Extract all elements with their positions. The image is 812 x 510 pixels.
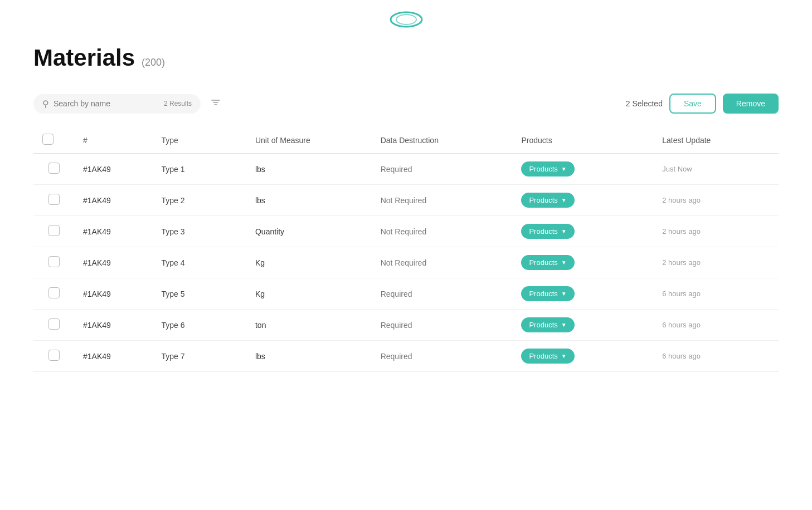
row-type: Type 6 — [152, 310, 246, 341]
row-unit: lbs — [246, 185, 372, 216]
row-checkbox-1[interactable] — [48, 194, 60, 205]
row-update: 2 hours ago — [653, 247, 779, 278]
row-id: #1AK49 — [74, 185, 152, 216]
header-update: Latest Update — [653, 127, 779, 154]
chevron-down-icon: ▼ — [561, 291, 567, 297]
search-bar[interactable]: ⚲ 2 Results — [33, 94, 201, 114]
row-checkbox-6[interactable] — [48, 350, 60, 361]
row-checkbox-0[interactable] — [48, 163, 60, 174]
row-type: Type 2 — [152, 185, 246, 216]
row-checkbox-3[interactable] — [48, 256, 60, 267]
table-row: #1AK49 Type 7 lbs Required Products ▼ 6 … — [33, 341, 779, 372]
table-row: #1AK49 Type 2 lbs Not Required Products … — [33, 185, 779, 216]
svg-point-1 — [396, 14, 416, 24]
header-destruction: Data Destruction — [372, 127, 513, 154]
page-count: (200) — [142, 57, 165, 68]
row-unit: Quantity — [246, 216, 372, 247]
page-title: Materials — [33, 45, 135, 71]
row-destruction: Required — [372, 278, 513, 310]
row-checkbox-5[interactable] — [48, 318, 60, 330]
row-unit: lbs — [246, 154, 372, 185]
row-id: #1AK49 — [74, 341, 152, 372]
filter-button[interactable] — [207, 94, 224, 114]
row-update: 2 hours ago — [653, 216, 779, 247]
save-button[interactable]: Save — [669, 94, 716, 114]
products-badge[interactable]: Products ▼ — [521, 224, 574, 239]
products-badge[interactable]: Products ▼ — [521, 317, 574, 332]
row-checkbox-cell — [33, 154, 74, 185]
search-icon: ⚲ — [42, 99, 49, 109]
row-unit: ton — [246, 310, 372, 341]
products-badge[interactable]: Products ▼ — [521, 161, 574, 176]
products-badge-label: Products — [529, 258, 557, 267]
row-type: Type 5 — [152, 278, 246, 310]
row-type: Type 1 — [152, 154, 246, 185]
toolbar-actions: 2 Selected Save Remove — [626, 94, 779, 114]
row-checkbox-2[interactable] — [48, 225, 60, 236]
row-checkbox-cell — [33, 278, 74, 310]
products-badge-label: Products — [529, 227, 557, 236]
row-id: #1AK49 — [74, 278, 152, 310]
table-row: #1AK49 Type 6 ton Required Products ▼ 6 … — [33, 310, 779, 341]
table-body: #1AK49 Type 1 lbs Required Products ▼ Ju… — [33, 154, 779, 372]
row-destruction: Required — [372, 341, 513, 372]
row-update: 6 hours ago — [653, 278, 779, 310]
row-destruction: Required — [372, 310, 513, 341]
row-checkbox-cell — [33, 341, 74, 372]
row-checkbox-cell — [33, 216, 74, 247]
products-badge[interactable]: Products ▼ — [521, 286, 574, 301]
row-type: Type 3 — [152, 216, 246, 247]
chevron-down-icon: ▼ — [561, 166, 567, 172]
row-destruction: Required — [372, 154, 513, 185]
row-update: 6 hours ago — [653, 341, 779, 372]
remove-button[interactable]: Remove — [723, 94, 779, 114]
products-badge-label: Products — [529, 352, 557, 360]
header-products: Products — [512, 127, 653, 154]
row-id: #1AK49 — [74, 154, 152, 185]
row-unit: Kg — [246, 278, 372, 310]
search-input[interactable] — [54, 99, 159, 108]
row-destruction: Not Required — [372, 185, 513, 216]
row-id: #1AK49 — [74, 310, 152, 341]
chevron-down-icon: ▼ — [561, 259, 567, 266]
row-unit: lbs — [246, 341, 372, 372]
chevron-down-icon: ▼ — [561, 353, 567, 359]
row-products-cell: Products ▼ — [512, 216, 653, 247]
table-row: #1AK49 Type 1 lbs Required Products ▼ Ju… — [33, 154, 779, 185]
logo-icon — [390, 11, 423, 28]
row-unit: Kg — [246, 247, 372, 278]
filter-icon — [211, 97, 221, 107]
products-badge-label: Products — [529, 321, 557, 329]
table-row: #1AK49 Type 4 Kg Not Required Products ▼… — [33, 247, 779, 278]
row-products-cell: Products ▼ — [512, 341, 653, 372]
row-id: #1AK49 — [74, 216, 152, 247]
products-badge-label: Products — [529, 290, 557, 298]
row-update: 6 hours ago — [653, 310, 779, 341]
select-all-checkbox[interactable] — [42, 134, 54, 145]
logo-area — [33, 11, 779, 28]
products-badge[interactable]: Products ▼ — [521, 349, 574, 364]
row-checkbox-cell — [33, 185, 74, 216]
toolbar: ⚲ 2 Results 2 Selected Save Remove — [33, 94, 779, 114]
row-products-cell: Products ▼ — [512, 185, 653, 216]
header-unit: Unit of Measure — [246, 127, 372, 154]
row-update: 2 hours ago — [653, 185, 779, 216]
chevron-down-icon: ▼ — [561, 228, 567, 234]
table-row: #1AK49 Type 5 Kg Required Products ▼ 6 h… — [33, 278, 779, 310]
row-products-cell: Products ▼ — [512, 247, 653, 278]
row-destruction: Not Required — [372, 216, 513, 247]
products-badge[interactable]: Products ▼ — [521, 193, 574, 208]
chevron-down-icon: ▼ — [561, 322, 567, 328]
row-checkbox-cell — [33, 247, 74, 278]
row-checkbox-4[interactable] — [48, 287, 60, 298]
search-results-badge: 2 Results — [164, 100, 192, 107]
table-header-row: # Type Unit of Measure Data Destruction … — [33, 127, 779, 154]
chevron-down-icon: ▼ — [561, 197, 567, 203]
row-products-cell: Products ▼ — [512, 154, 653, 185]
row-type: Type 4 — [152, 247, 246, 278]
products-badge-label: Products — [529, 196, 557, 204]
header-type: Type — [152, 127, 246, 154]
selected-count: 2 Selected — [626, 99, 663, 108]
materials-table: # Type Unit of Measure Data Destruction … — [33, 127, 779, 372]
products-badge[interactable]: Products ▼ — [521, 255, 574, 270]
